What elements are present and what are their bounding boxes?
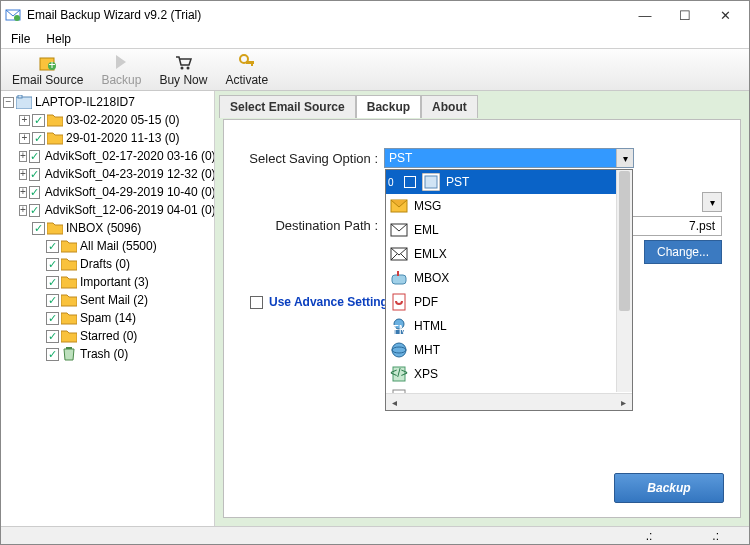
dropdown-option-msg[interactable]: MSG bbox=[386, 194, 632, 218]
tree-row[interactable]: ✓Trash (0) bbox=[1, 345, 214, 363]
dropdown-option-html[interactable]: HTMLHTML bbox=[386, 314, 632, 338]
mbox-icon bbox=[390, 269, 408, 287]
tab-backup[interactable]: Backup bbox=[356, 95, 421, 118]
tree-row[interactable]: ✓Spam (14) bbox=[1, 309, 214, 327]
menu-file[interactable]: File bbox=[5, 30, 36, 48]
dropdown-option-xps[interactable]: </>XPS bbox=[386, 362, 632, 386]
expand-icon[interactable]: + bbox=[19, 205, 27, 216]
msg-icon bbox=[390, 197, 408, 215]
folder-icon bbox=[61, 239, 77, 253]
svg-text:</>: </> bbox=[390, 366, 407, 380]
close-button[interactable]: ✕ bbox=[705, 1, 745, 29]
tree-row[interactable]: +✓AdvikSoft_12-06-2019 04-01 (0) bbox=[1, 201, 214, 219]
collapse-icon[interactable]: − bbox=[3, 97, 14, 108]
svg-point-1 bbox=[14, 15, 20, 21]
checkbox-icon[interactable] bbox=[250, 296, 263, 309]
expand-icon[interactable]: + bbox=[19, 151, 27, 162]
dropdown-hscroll[interactable]: ◂▸ bbox=[386, 393, 632, 410]
destination-path-label: Destination Path : bbox=[224, 218, 384, 233]
expand-icon[interactable]: + bbox=[19, 115, 30, 126]
checkbox-icon[interactable]: ✓ bbox=[46, 294, 59, 307]
checkbox-icon[interactable]: ✓ bbox=[46, 330, 59, 343]
buy-now-button[interactable]: Buy Now bbox=[151, 50, 215, 90]
dropdown-option-eml[interactable]: EML bbox=[386, 218, 632, 242]
dropdown-option-emlx[interactable]: EMLX bbox=[386, 242, 632, 266]
statusbar: .: .: bbox=[1, 526, 749, 544]
tree-row[interactable]: ✓INBOX (5096) bbox=[1, 219, 214, 237]
tree-row[interactable]: +✓29-01-2020 11-13 (0) bbox=[1, 129, 214, 147]
folder-icon bbox=[61, 293, 77, 307]
checkbox-icon[interactable]: ✓ bbox=[29, 186, 40, 199]
checkbox-icon[interactable]: ✓ bbox=[32, 132, 45, 145]
saving-option-dropdown[interactable]: 0PSTMSGEMLEMLXMBOXPDFHTMLHTMLMHT</>XPSRT… bbox=[385, 169, 633, 411]
tab-select-email-source[interactable]: Select Email Source bbox=[219, 95, 356, 118]
pst-icon bbox=[422, 173, 440, 191]
activate-button[interactable]: Activate bbox=[217, 50, 276, 90]
tree-row[interactable]: +✓AdvikSoft_02-17-2020 03-16 (0) bbox=[1, 147, 214, 165]
folder-icon bbox=[47, 131, 63, 145]
tab-about[interactable]: About bbox=[421, 95, 478, 118]
tree-row[interactable]: ✓Sent Mail (2) bbox=[1, 291, 214, 309]
checkbox-icon[interactable]: ✓ bbox=[29, 168, 40, 181]
expand-icon[interactable]: + bbox=[19, 169, 27, 180]
folder-icon bbox=[47, 113, 63, 127]
expand-icon[interactable]: + bbox=[19, 187, 27, 198]
tree-root[interactable]: − LAPTOP-IL218ID7 bbox=[1, 93, 214, 111]
tree-row[interactable]: ✓Important (3) bbox=[1, 273, 214, 291]
svg-text:HTML: HTML bbox=[390, 323, 408, 335]
saving-option-select[interactable]: PST ▾ 0PSTMSGEMLEMLXMBOXPDFHTMLHTMLMHT</… bbox=[384, 148, 634, 168]
dropdown-vscroll[interactable] bbox=[616, 170, 632, 392]
folder-icon bbox=[61, 275, 77, 289]
menu-help[interactable]: Help bbox=[40, 30, 77, 48]
checkbox-icon[interactable]: ✓ bbox=[46, 276, 59, 289]
checkbox-icon[interactable]: ✓ bbox=[46, 240, 59, 253]
checkbox-icon[interactable]: ✓ bbox=[46, 348, 59, 361]
folder-icon bbox=[47, 221, 63, 235]
folder-icon bbox=[61, 329, 77, 343]
change-button[interactable]: Change... bbox=[644, 240, 722, 264]
svg-rect-12 bbox=[66, 347, 72, 349]
main-panel: Select Email Source Backup About Select … bbox=[215, 91, 749, 526]
dropdown-option-pst[interactable]: 0PST bbox=[386, 170, 632, 194]
svg-rect-18 bbox=[392, 275, 406, 284]
email-source-button[interactable]: + Email Source bbox=[4, 50, 91, 90]
svg-rect-14 bbox=[425, 176, 437, 188]
tree-row[interactable]: ✓Drafts (0) bbox=[1, 255, 214, 273]
xps-icon: </> bbox=[390, 365, 408, 383]
expand-icon[interactable]: + bbox=[19, 133, 30, 144]
checkbox-icon[interactable]: ✓ bbox=[29, 150, 40, 163]
folder-tree[interactable]: − LAPTOP-IL218ID7 +✓03-02-2020 05-15 (0)… bbox=[1, 91, 215, 526]
tree-row[interactable]: +✓03-02-2020 05-15 (0) bbox=[1, 111, 214, 129]
chevron-down-icon[interactable]: ▾ bbox=[616, 149, 633, 167]
window-title: Email Backup Wizard v9.2 (Trial) bbox=[27, 8, 625, 22]
tree-row[interactable]: ✓All Mail (5500) bbox=[1, 237, 214, 255]
saving-option-label: Select Saving Option : bbox=[224, 151, 384, 166]
checkbox-icon[interactable]: ✓ bbox=[32, 114, 45, 127]
backup-button: Backup bbox=[93, 50, 149, 90]
tree-row[interactable]: +✓AdvikSoft_04-29-2019 10-40 (0) bbox=[1, 183, 214, 201]
maximize-button[interactable]: ☐ bbox=[665, 1, 705, 29]
eml-icon bbox=[390, 221, 408, 239]
html-icon: HTML bbox=[390, 317, 408, 335]
pdf-icon bbox=[390, 293, 408, 311]
minimize-button[interactable]: — bbox=[625, 1, 665, 29]
backup-action-button[interactable]: Backup bbox=[614, 473, 724, 503]
toolbar: + Email Source Backup Buy Now Activate bbox=[1, 49, 749, 91]
svg-rect-10 bbox=[16, 97, 32, 109]
mht-icon bbox=[390, 341, 408, 359]
dropdown-option-mht[interactable]: MHT bbox=[386, 338, 632, 362]
checkbox-icon[interactable]: ✓ bbox=[29, 204, 40, 217]
checkbox-icon[interactable]: ✓ bbox=[46, 312, 59, 325]
checkbox-icon[interactable]: ✓ bbox=[46, 258, 59, 271]
tree-row[interactable]: +✓AdvikSoft_04-23-2019 12-32 (0) bbox=[1, 165, 214, 183]
chevron-down-icon[interactable]: ▾ bbox=[702, 192, 722, 212]
dropdown-option-pdf[interactable]: PDF bbox=[386, 290, 632, 314]
dropdown-option-mbox[interactable]: MBOX bbox=[386, 266, 632, 290]
menubar: File Help bbox=[1, 29, 749, 49]
svg-rect-19 bbox=[397, 271, 399, 276]
tree-row[interactable]: ✓Starred (0) bbox=[1, 327, 214, 345]
folder-icon bbox=[61, 311, 77, 325]
svg-point-5 bbox=[181, 67, 184, 70]
trash-icon bbox=[61, 347, 77, 361]
checkbox-icon[interactable]: ✓ bbox=[32, 222, 45, 235]
